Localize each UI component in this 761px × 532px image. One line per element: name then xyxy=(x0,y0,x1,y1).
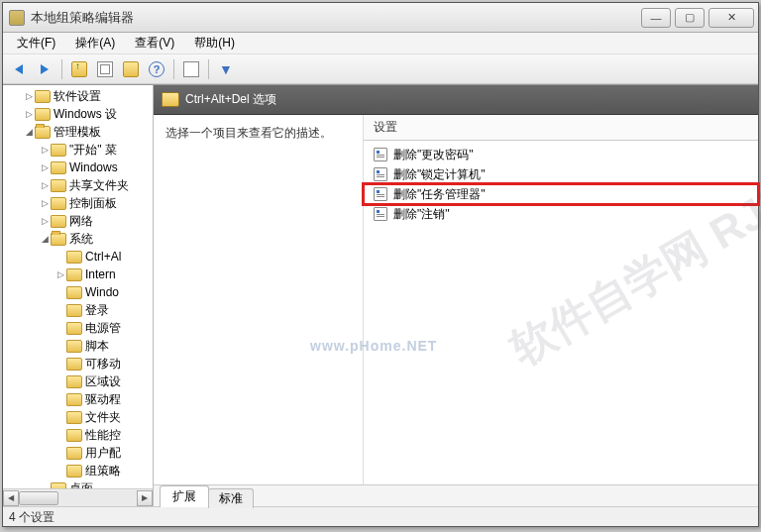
tree-item-label: 组策略 xyxy=(85,463,121,479)
tree-item[interactable]: 组策略 xyxy=(3,462,153,479)
menu-view[interactable]: 查看(V) xyxy=(125,33,184,53)
folder-icon xyxy=(66,447,82,460)
tree-toggle-icon[interactable]: ▷ xyxy=(39,216,51,226)
forward-button[interactable] xyxy=(33,57,56,81)
policy-icon xyxy=(374,207,387,221)
tab-standard[interactable]: 标准 xyxy=(208,488,254,508)
tree-toggle-icon[interactable]: ▷ xyxy=(39,162,51,172)
folder-icon xyxy=(35,90,51,103)
tree-item[interactable]: ◢系统 xyxy=(3,230,153,248)
body: ▷软件设置▷Windows 设◢管理模板▷"开始" 菜▷Windows▷共享文件… xyxy=(3,84,758,506)
tree-item-label: 登录 xyxy=(85,302,109,319)
settings-column: 设置 删除"更改密码"删除"锁定计算机"删除"任务管理器"删除"注销" xyxy=(364,115,758,484)
export-button[interactable] xyxy=(119,57,143,81)
tree-item[interactable]: 文件夹 xyxy=(3,408,153,426)
tree-toggle-icon[interactable]: ▷ xyxy=(23,109,35,119)
folder-icon xyxy=(66,251,82,264)
tree-item-label: 区域设 xyxy=(85,373,121,390)
menu-file[interactable]: 文件(F) xyxy=(7,33,65,53)
help-button[interactable]: ? xyxy=(145,57,168,81)
tree-item[interactable]: 登录 xyxy=(3,301,153,319)
policy-icon xyxy=(374,167,387,181)
setting-item[interactable]: 删除"任务管理器" xyxy=(364,184,758,204)
back-arrow-icon xyxy=(15,64,23,74)
tree-item-label: Ctrl+Al xyxy=(85,250,121,264)
tree-toggle-icon[interactable]: ▷ xyxy=(23,91,35,101)
tree-item[interactable]: 区域设 xyxy=(3,372,153,390)
menu-help[interactable]: 帮助(H) xyxy=(184,33,245,53)
settings-header[interactable]: 设置 xyxy=(364,115,758,141)
tree-toggle-icon[interactable]: ▷ xyxy=(39,180,51,190)
tree-item[interactable]: ▷"开始" 菜 xyxy=(3,141,153,159)
path-header: Ctrl+Alt+Del 选项 xyxy=(154,85,758,115)
tree-toggle-icon[interactable]: ◢ xyxy=(39,234,51,244)
up-button[interactable] xyxy=(67,57,91,81)
horizontal-scrollbar[interactable]: ◀ ▶ xyxy=(3,488,153,506)
separator xyxy=(208,59,209,79)
properties-button[interactable] xyxy=(179,57,203,81)
description-column: 选择一个项目来查看它的描述。 xyxy=(154,115,364,484)
tree-item[interactable]: 性能控 xyxy=(3,426,153,444)
setting-item[interactable]: 删除"更改密码" xyxy=(364,145,758,164)
setting-label: 删除"任务管理器" xyxy=(393,186,486,203)
tab-extended[interactable]: 扩展 xyxy=(160,485,209,507)
tree-item[interactable]: 脚本 xyxy=(3,337,153,355)
status-text: 4 个设置 xyxy=(9,510,54,524)
tree-view[interactable]: ▷软件设置▷Windows 设◢管理模板▷"开始" 菜▷Windows▷共享文件… xyxy=(3,85,153,488)
scroll-track[interactable] xyxy=(19,490,137,506)
minimize-button[interactable]: — xyxy=(641,8,671,28)
content-body: 选择一个项目来查看它的描述。 设置 删除"更改密码"删除"锁定计算机"删除"任务… xyxy=(154,115,758,484)
window-buttons: — ▢ ✕ xyxy=(641,8,758,28)
tree-toggle-icon[interactable]: ▷ xyxy=(39,198,51,208)
tree-item[interactable]: ▷控制面板 xyxy=(3,194,153,212)
statusbar: 4 个设置 xyxy=(3,506,758,526)
scroll-right-button[interactable]: ▶ xyxy=(137,490,153,506)
policy-icon xyxy=(374,148,387,161)
scroll-left-button[interactable]: ◀ xyxy=(3,490,19,506)
maximize-button[interactable]: ▢ xyxy=(675,8,705,28)
tree-item[interactable]: 驱动程 xyxy=(3,390,153,408)
filter-icon: ▼ xyxy=(219,61,233,77)
tree-item[interactable]: ▷Windows 设 xyxy=(3,105,153,123)
setting-item[interactable]: 删除"注销" xyxy=(364,204,758,224)
titlebar[interactable]: 本地组策略编辑器 — ▢ ✕ xyxy=(3,3,758,33)
tree-item[interactable]: ▷Windows xyxy=(3,159,153,176)
folder-icon xyxy=(35,108,51,121)
tree-toggle-icon[interactable]: ◢ xyxy=(23,127,35,137)
tree-toggle-icon[interactable]: ▷ xyxy=(54,269,66,279)
tree-item[interactable]: Windo xyxy=(3,283,153,301)
tree-toggle-icon[interactable]: ▷ xyxy=(39,145,51,155)
show-hide-tree-button[interactable] xyxy=(93,57,117,81)
tree-item-label: Intern xyxy=(85,267,116,281)
folder-icon xyxy=(66,411,82,424)
scroll-thumb[interactable] xyxy=(19,491,58,505)
tree-item[interactable]: ▷网络 xyxy=(3,212,153,230)
tree-item-label: 共享文件夹 xyxy=(69,177,129,194)
tree-item-label: 网络 xyxy=(69,213,93,230)
help-icon: ? xyxy=(149,61,164,77)
close-button[interactable]: ✕ xyxy=(708,8,754,28)
folder-icon xyxy=(162,92,179,107)
tree-item[interactable]: ▷Intern xyxy=(3,266,153,283)
tree-item[interactable]: ▷软件设置 xyxy=(3,87,153,105)
folder-icon xyxy=(51,215,66,228)
tree-item[interactable]: Ctrl+Al xyxy=(3,248,153,266)
path-text: Ctrl+Alt+Del 选项 xyxy=(185,91,276,108)
filter-button[interactable]: ▼ xyxy=(214,57,238,81)
tree-item[interactable]: 用户配 xyxy=(3,444,153,462)
tree-item-label: 系统 xyxy=(69,231,93,248)
tree-item[interactable]: 桌面 xyxy=(3,479,153,488)
tree-item-label: 软件设置 xyxy=(54,88,101,105)
folder-icon xyxy=(51,197,66,210)
tree-item[interactable]: ▷共享文件夹 xyxy=(3,176,153,194)
folder-icon xyxy=(66,465,82,478)
main-window: 本地组策略编辑器 — ▢ ✕ 文件(F) 操作(A) 查看(V) 帮助(H) ?… xyxy=(2,2,759,527)
setting-item[interactable]: 删除"锁定计算机" xyxy=(364,164,758,184)
tree-item[interactable]: ◢管理模板 xyxy=(3,123,153,141)
back-button[interactable] xyxy=(7,57,31,81)
tree-item[interactable]: 可移动 xyxy=(3,355,153,372)
menu-action[interactable]: 操作(A) xyxy=(65,33,125,53)
separator xyxy=(173,59,174,79)
tree-item[interactable]: 电源管 xyxy=(3,319,153,337)
tree-item-label: 可移动 xyxy=(85,356,121,372)
